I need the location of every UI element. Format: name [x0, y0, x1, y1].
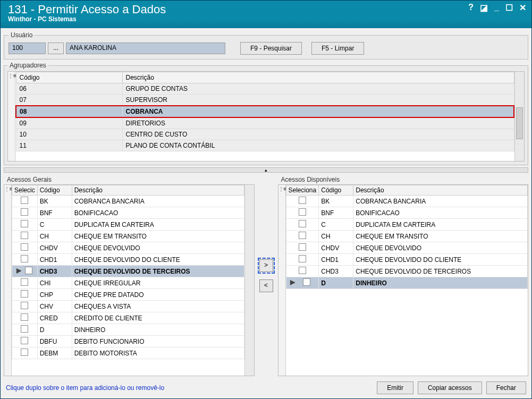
agrupadores-legend: Agrupadores — [7, 62, 48, 69]
list-item[interactable]: ▶DDINHEIRO — [286, 277, 528, 289]
checkbox[interactable] — [21, 290, 28, 298]
checkbox[interactable] — [25, 267, 32, 274]
list-item[interactable]: CREDCREDITO DE CLIENTE — [12, 312, 244, 324]
copiar-acessos-button[interactable]: Copiar acessos — [418, 381, 482, 394]
checkbox[interactable] — [299, 232, 306, 239]
checkbox[interactable] — [21, 325, 28, 333]
checkbox[interactable] — [21, 313, 28, 321]
splitter-handle[interactable]: ▴ — [4, 167, 528, 173]
titlebar: 131 - Permitir Acesso a Dados Winthor - … — [1, 1, 531, 28]
pin-icon[interactable]: ◪ — [480, 3, 488, 13]
usuario-name-input[interactable]: ANA KAROLINA — [66, 43, 225, 54]
move-left-button[interactable]: < — [259, 279, 273, 292]
usuario-code-input[interactable]: 100 — [9, 43, 46, 54]
checkbox[interactable] — [299, 220, 306, 227]
agrupadores-scrollbar[interactable] — [514, 72, 524, 161]
checkbox[interactable] — [303, 278, 310, 286]
maximize-icon[interactable]: ☐ — [505, 3, 513, 13]
list-item[interactable]: CHDVCHEQUE DEVOLVIDO — [286, 242, 528, 254]
search-button[interactable]: F9 - Pesquisar — [240, 42, 302, 55]
app-window: 131 - Permitir Acesso a Dados Winthor - … — [0, 0, 532, 399]
acessos-gerais-title: Acessos Gerais — [7, 176, 255, 183]
table-row[interactable]: ▶08COBRANCA — [16, 106, 514, 117]
checkbox[interactable] — [21, 197, 28, 204]
table-row[interactable]: 06GRUPO DE CONTAS — [16, 83, 514, 95]
list-item[interactable]: ▶CHD3CHEQUE DEVOLVIDO DE TERCEIROS — [12, 266, 244, 277]
list-item[interactable]: BNFBONIFICACAO — [286, 207, 528, 219]
usuario-legend: Usuário — [9, 31, 35, 39]
list-item[interactable]: CHVCHEQUES A VISTA — [12, 301, 244, 312]
acessos-disponiveis-title: Acessos Disponíveis — [281, 176, 529, 183]
checkbox[interactable] — [21, 243, 28, 251]
table-row[interactable]: 11PLANO DE CONTA CONTÁBIL — [16, 140, 514, 151]
list-item[interactable]: CHDVCHEQUE DEVOLVIDO — [12, 242, 244, 254]
checkbox[interactable] — [21, 220, 28, 227]
list-item[interactable]: CHCHEQUE EM TRANSITO — [12, 231, 244, 242]
footer-hint: Clique duplo sobre o item para adicioná-… — [6, 384, 373, 392]
checkbox[interactable] — [21, 208, 28, 216]
list-item[interactable]: BKCOBRANCA BANCARIA — [286, 196, 528, 207]
agrupadores-menu-icon[interactable]: ⋮≡ — [8, 72, 15, 161]
minimize-icon[interactable]: _ — [494, 3, 499, 13]
ad-col-descricao[interactable]: Descrição — [353, 185, 528, 196]
footer: Clique duplo sobre o item para adicioná-… — [4, 378, 528, 395]
usuario-group: Usuário 100 ... ANA KAROLINA F9 - Pesqui… — [4, 31, 528, 60]
list-item[interactable]: CDUPLICATA EM CARTEIRA — [12, 219, 244, 231]
table-row[interactable]: 09DIRETORIOS — [16, 117, 514, 129]
checkbox[interactable] — [299, 243, 306, 251]
list-item[interactable]: BNFBONIFICACAO — [12, 207, 244, 219]
fechar-button[interactable]: Fechar — [486, 381, 526, 394]
close-icon[interactable]: ✕ — [519, 3, 526, 13]
list-item[interactable]: DBFUDEBITO FUNCIONARIO — [12, 336, 244, 347]
list-item[interactable]: CHICHEQUE IRREGULAR — [12, 277, 244, 289]
move-right-button[interactable]: > — [259, 259, 273, 272]
ag-col-descricao[interactable]: Descrição — [72, 185, 244, 196]
checkbox[interactable] — [21, 232, 28, 239]
clear-button[interactable]: F5 - Limpar — [311, 42, 364, 55]
table-row[interactable]: 07SUPERVISOR — [16, 95, 514, 106]
client-area: Usuário 100 ... ANA KAROLINA F9 - Pesqui… — [1, 28, 531, 398]
checkbox[interactable] — [299, 208, 306, 216]
ad-col-select[interactable]: Seleciona — [286, 185, 319, 196]
transfer-buttons: > < — [257, 175, 276, 376]
checkbox[interactable] — [299, 255, 306, 262]
list-item[interactable]: CHCHEQUE EM TRANSITO — [286, 231, 528, 242]
agrupadores-group: Agrupadores ⋮≡ Código Descrição 06GRUPO … — [4, 62, 528, 165]
table-row[interactable]: 10CENTRO DE CUSTO — [16, 129, 514, 140]
checkbox[interactable] — [21, 349, 28, 356]
checkbox[interactable] — [299, 267, 306, 274]
list-item[interactable]: BKCOBRANCA BANCARIA — [12, 196, 244, 207]
window-subtitle: Winthor - PC Sistemas — [8, 15, 166, 23]
list-item[interactable]: DDINHEIRO — [12, 324, 244, 336]
acessos-disponiveis-panel: Acessos Disponíveis ⋮≡ Seleciona Código … — [278, 175, 529, 376]
agrupadores-col-descricao[interactable]: Descrição — [122, 72, 514, 83]
ag-col-select[interactable]: Selecic — [12, 185, 38, 196]
agrupadores-col-codigo[interactable]: Código — [16, 72, 122, 83]
list-item[interactable]: CHPCHEQUE PRE DATADO — [12, 289, 244, 301]
list-item[interactable]: DEBMDEBITO MOTORISTA — [12, 347, 244, 359]
ag-col-codigo[interactable]: Código — [37, 185, 72, 196]
acessos-gerais-scrollbar[interactable] — [244, 185, 254, 376]
list-item[interactable]: CDUPLICATA EM CARTEIRA — [286, 219, 528, 231]
acessos-gerais-menu-icon[interactable]: ⋮≡ — [4, 185, 12, 376]
window-title: 131 - Permitir Acesso a Dados — [8, 3, 166, 16]
emitir-button[interactable]: Emitir — [377, 381, 413, 394]
help-icon[interactable]: ? — [468, 3, 474, 13]
acessos-disponiveis-menu-icon[interactable]: ⋮≡ — [278, 185, 286, 376]
checkbox[interactable] — [21, 337, 28, 344]
usuario-lookup-button[interactable]: ... — [48, 43, 64, 54]
list-item[interactable]: CHD1CHEQUE DEVOLVIDO DO CLIENTE — [286, 254, 528, 266]
list-item[interactable]: CHD1CHEQUE DEVOLVIDO DO CLIENTE — [12, 254, 244, 266]
checkbox[interactable] — [21, 278, 28, 286]
checkbox[interactable] — [21, 302, 28, 309]
list-item[interactable]: CHD3CHEQUE DEVOLVIDO DE TERCEIROS — [286, 266, 528, 277]
ad-col-codigo[interactable]: Código — [319, 185, 353, 196]
checkbox[interactable] — [299, 197, 306, 204]
checkbox[interactable] — [21, 255, 28, 262]
acessos-gerais-panel: Acessos Gerais ⋮≡ Selecic Código Descriç… — [4, 175, 255, 376]
